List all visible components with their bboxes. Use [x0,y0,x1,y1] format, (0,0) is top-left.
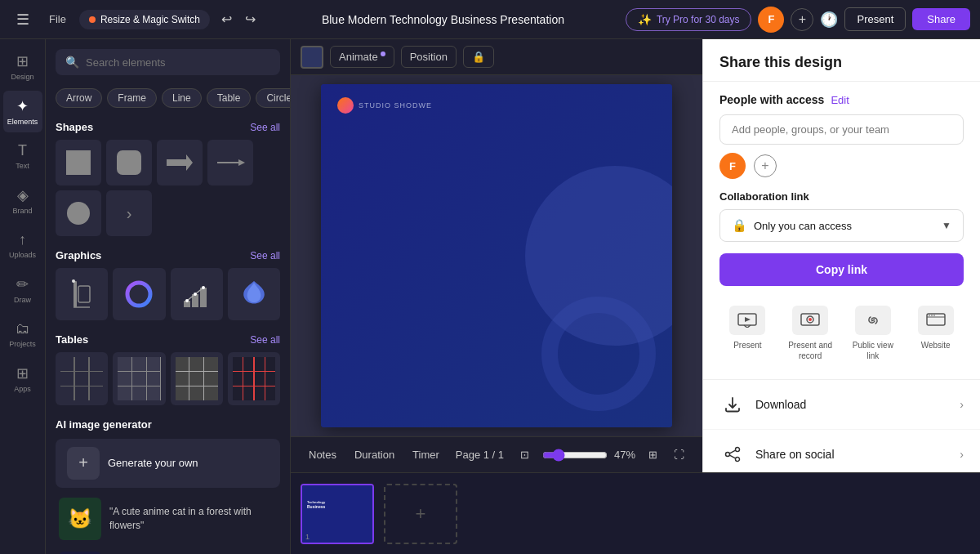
shapes-header: Shapes See all [56,121,280,133]
shape-rounded-square[interactable] [106,140,152,185]
main-layout: ⊞ Design ✦ Elements T Text ◈ Brand ↑ Upl… [0,39,980,554]
present-option-public-link[interactable]: Public view link [845,299,902,368]
sidebar-label-design: Design [11,73,33,81]
present-opt-label-3: Public view link [849,340,898,361]
pro-label: Try Pro for 30 days [657,14,740,25]
canvas-viewport[interactable]: STUDIO SHODWE Technology Business SLIDE … [291,75,702,436]
download-label: Download [755,398,960,411]
add-people-input[interactable] [719,114,964,145]
undo-redo-group: ↩ ↪ [216,8,261,30]
svg-point-15 [202,286,205,289]
zoom-slider[interactable] [542,449,608,462]
shape-arrow-right[interactable] [157,140,203,185]
edit-access-link[interactable]: Edit [831,94,849,106]
user-avatar[interactable]: F [758,7,784,33]
ai-section-title: AI image generator [56,418,280,431]
sidebar-item-uploads[interactable]: ↑ Uploads [3,225,42,266]
filter-tag-line[interactable]: Line [162,88,202,108]
thumb-title2: Business [307,504,368,509]
filter-tag-frame[interactable]: Frame [107,88,157,108]
graphic-item-4[interactable] [228,268,280,320]
sidebar-item-projects[interactable]: 🗂 Projects [3,314,42,355]
people-label-row: People with access Edit [719,93,964,106]
present-button[interactable]: Present [844,7,906,31]
undo-button[interactable]: ↩ [216,8,237,30]
table-item-4[interactable] [228,352,280,404]
animate-label: Animate [339,51,378,63]
graphic-item-1[interactable] [56,268,108,320]
activity-button[interactable]: 🕐 [820,11,838,29]
search-bar: 🔍 [46,39,290,85]
present-option-present[interactable]: Present [719,299,776,368]
redo-button[interactable]: ↪ [240,8,261,30]
animate-button[interactable]: Animate [330,46,394,68]
sidebar-item-apps[interactable]: ⊞ Apps [3,358,42,400]
sidebar-item-design[interactable]: ⊞ Design [3,46,42,87]
shape-arrow-line[interactable] [207,140,253,185]
filter-tag-table[interactable]: Table [207,88,252,108]
ai-thumb-1: 🐱 [59,498,101,540]
record-icon [792,306,828,335]
duration-button[interactable]: Duration [348,445,401,464]
shape-square[interactable] [56,140,101,185]
present-option-website[interactable]: Website [907,299,964,368]
svg-line-30 [730,450,736,453]
fit-page-button[interactable]: ⊡ [514,445,536,464]
sidebar-item-elements[interactable]: ✦ Elements [3,91,42,132]
table-item-3[interactable] [171,352,223,404]
graphic-item-2[interactable] [113,268,165,320]
shapes-section: Shapes See all [46,114,290,243]
sidebar-item-draw[interactable]: ✏ Draw [3,269,42,311]
present-option-record[interactable]: Present and record [782,299,839,368]
add-collaborator-button[interactable]: + [791,8,813,31]
shapes-see-all[interactable]: See all [250,122,280,133]
shape-circle[interactable] [56,190,101,236]
design-icon: ⊞ [16,52,29,70]
pro-trial-button[interactable]: ✨ Try Pro for 30 days [626,8,752,31]
sidebar-label-uploads: Uploads [9,251,36,259]
generate-plus-icon: + [67,447,100,480]
grid-view-button[interactable]: ⊞ [642,445,664,464]
notes-button[interactable]: Notes [302,445,343,464]
generate-own-button[interactable]: + Generate your own [56,439,280,488]
resize-magic-button[interactable]: Resize & Magic Switch [79,10,210,29]
lock-button[interactable]: 🔒 [463,46,494,68]
wand-icon: ✨ [638,13,652,26]
graphics-see-all[interactable]: See all [250,250,280,261]
search-input-wrap[interactable]: 🔍 [56,49,280,75]
table-item-1[interactable] [56,352,108,404]
table-item-2[interactable] [113,352,165,404]
copy-link-button[interactable]: Copy link [719,253,964,286]
add-slide-button[interactable]: + [384,484,457,544]
download-chevron-icon: › [960,398,964,411]
thumbnail-1[interactable]: Technology Business 1 [301,484,374,544]
search-input[interactable] [86,56,270,69]
action-download[interactable]: Download › [703,380,980,430]
access-dropdown[interactable]: 🔒 Only you can access ▼ [719,209,964,242]
fullscreen-button[interactable]: ⛶ [667,445,691,464]
svg-point-24 [929,315,930,316]
ai-example-1[interactable]: 🐱 "A cute anime cat in a forest with flo… [56,494,280,543]
canvas-bottom-bar: Notes Duration Timer Page 1 / 1 ⊡ 47% ⊞ … [291,436,702,472]
tables-see-all[interactable]: See all [250,334,280,346]
svg-point-28 [726,453,730,457]
file-menu[interactable]: File [42,10,73,29]
lock-icon: 🔒 [472,51,485,63]
action-share-social[interactable]: Share on social › [703,430,980,472]
svg-point-20 [808,318,812,321]
sidebar-item-text[interactable]: T Text [3,136,42,176]
add-user-plus-button[interactable]: + [754,154,777,177]
timer-button[interactable]: Timer [406,445,446,464]
filter-tag-arrow[interactable]: Arrow [56,88,102,108]
graphic-item-3[interactable] [171,268,223,320]
color-swatch[interactable] [301,46,323,69]
menu-button[interactable]: ☰ [10,7,36,33]
sidebar-item-brand[interactable]: ◈ Brand [3,180,42,221]
filter-tag-circle[interactable]: Circle [256,88,290,108]
bottom-left-buttons: Notes Duration Timer [302,445,446,464]
position-button[interactable]: Position [401,46,457,68]
shape-more[interactable]: › [106,190,152,236]
share-button[interactable]: Share [912,8,970,30]
ai-example-2[interactable]: 🏰 "Gothic castle surrounded by dinosaurs… [56,548,280,555]
svg-rect-6 [78,286,90,302]
